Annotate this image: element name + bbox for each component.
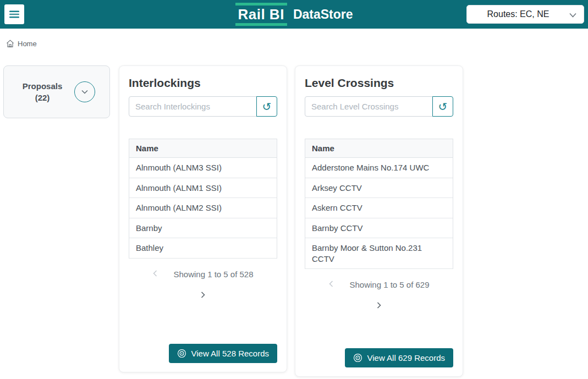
eye-icon xyxy=(177,349,186,358)
interlockings-pagination: Showing 1 to 5 of 528 xyxy=(129,270,277,300)
interlockings-card: Interlockings ↺ Name Alnmouth (ALNM3 SSI… xyxy=(119,65,287,372)
level-crossings-refresh-button[interactable]: ↺ xyxy=(432,96,453,117)
table-column-header: Name xyxy=(305,139,453,158)
logo-datastore-text: DataStore xyxy=(293,7,353,22)
interlockings-title: Interlockings xyxy=(129,76,277,90)
table-column-header: Name xyxy=(129,139,277,158)
interlockings-view-all-button[interactable]: View All 528 Records xyxy=(169,344,277,363)
proposals-label: Proposals (22) xyxy=(18,80,67,103)
level-crossings-view-all-button[interactable]: View All 629 Records xyxy=(345,348,453,367)
logo-railbi-text: Rail BI xyxy=(235,3,287,26)
table-row[interactable]: Bathley xyxy=(129,238,277,259)
proposals-panel: Proposals (22) xyxy=(3,65,110,118)
table-row[interactable]: Arksey CCTV xyxy=(305,178,453,199)
level-crossings-search-input[interactable] xyxy=(305,96,433,117)
table-row[interactable]: Askern CCTV xyxy=(305,198,453,218)
chevron-down-icon xyxy=(81,89,89,95)
hamburger-menu-button[interactable] xyxy=(4,4,24,24)
pagination-status-text: Showing 1 to 5 of 528 xyxy=(173,270,253,279)
table-row[interactable]: Alnmouth (ALNM3 SSI) xyxy=(129,158,277,178)
table-row[interactable]: Barnby Moor & Sutton No.231 CCTV xyxy=(305,238,453,269)
level-crossings-card: Level Crossings ↺ Name Adderstone Mains … xyxy=(295,65,463,377)
refresh-icon: ↺ xyxy=(438,101,448,112)
routes-dropdown[interactable]: Routes: EC, NE xyxy=(466,5,584,24)
breadcrumb-home-link[interactable]: Home xyxy=(18,40,37,48)
prev-page-button[interactable] xyxy=(152,270,158,279)
home-icon xyxy=(6,40,14,48)
refresh-icon: ↺ xyxy=(262,101,272,112)
chevron-right-icon xyxy=(200,291,206,300)
interlockings-refresh-button[interactable]: ↺ xyxy=(256,96,277,117)
chevron-right-icon xyxy=(376,301,382,311)
next-page-button[interactable] xyxy=(200,291,206,300)
chevron-left-icon xyxy=(152,270,158,279)
prev-page-button[interactable] xyxy=(328,280,334,289)
pagination-status-text: Showing 1 to 5 of 629 xyxy=(349,280,429,289)
table-row[interactable]: Adderstone Mains No.174 UWC xyxy=(305,158,453,178)
hamburger-icon xyxy=(9,10,20,19)
breadcrumb: Home xyxy=(0,29,588,48)
level-crossings-title: Level Crossings xyxy=(305,76,453,90)
app-logo: Rail BI DataStore xyxy=(235,0,353,29)
table-row[interactable]: Alnmouth (ALNM1 SSI) xyxy=(129,178,277,199)
next-page-button[interactable] xyxy=(376,301,382,311)
chevron-left-icon xyxy=(328,280,334,289)
chevron-down-icon xyxy=(569,11,577,21)
app-header: Rail BI DataStore Routes: EC, NE xyxy=(0,0,588,29)
interlockings-table: Name Alnmouth (ALNM3 SSI) Alnmouth (ALNM… xyxy=(129,139,277,259)
interlockings-search-input[interactable] xyxy=(129,96,257,117)
table-row[interactable]: Barnby xyxy=(129,218,277,239)
view-all-label: View All 629 Records xyxy=(367,353,445,362)
routes-dropdown-value: Routes: EC, NE xyxy=(487,9,564,19)
level-crossings-pagination: Showing 1 to 5 of 629 xyxy=(305,280,453,311)
main-content: Proposals (22) Interlockings ↺ Name Alnm… xyxy=(0,65,588,377)
eye-icon xyxy=(353,353,362,362)
view-all-label: View All 528 Records xyxy=(191,349,269,358)
table-row[interactable]: Barnby CCTV xyxy=(305,218,453,239)
level-crossings-table: Name Adderstone Mains No.174 UWC Arksey … xyxy=(305,139,453,269)
proposals-expand-button[interactable] xyxy=(74,81,95,102)
table-row[interactable]: Alnmouth (ALNM2 SSI) xyxy=(129,198,277,218)
